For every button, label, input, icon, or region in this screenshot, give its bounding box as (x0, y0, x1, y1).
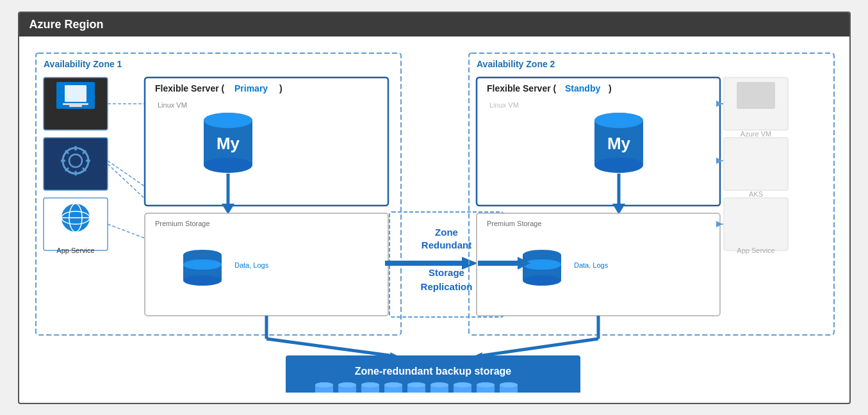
flex-server-primary-linuxvm: Linux VM (158, 101, 187, 109)
svg-line-24 (108, 161, 147, 188)
zone1-appservice-label: App Service (56, 247, 94, 254)
zrs-label-line3: Storage (429, 267, 464, 278)
svg-text:): ) (279, 83, 283, 94)
flex-server-standby-title: Flexible Server ( (487, 83, 557, 94)
svg-point-125 (500, 382, 518, 387)
zone1-title: Availability Zone 1 (44, 59, 122, 69)
svg-line-87 (478, 339, 598, 356)
zone2-title: Availability Zone 2 (477, 59, 555, 69)
azure-region-title: Azure Region (29, 18, 104, 31)
zrs-label-line4: Replication (420, 281, 472, 292)
svg-line-26 (108, 164, 147, 200)
zone2-appservice-label: App Service (737, 247, 774, 254)
svg-line-84 (266, 339, 395, 356)
svg-text:My: My (216, 134, 240, 153)
svg-point-101 (361, 382, 379, 387)
zrs-label-line2: Redundant (421, 240, 471, 250)
svg-point-93 (315, 382, 333, 387)
svg-rect-4 (63, 103, 88, 105)
zone1-premium-storage-label: Premium Storage (155, 220, 210, 227)
svg-rect-73 (724, 138, 788, 190)
svg-point-56 (594, 158, 643, 173)
zone1-aks-label: AKS (68, 190, 82, 198)
flex-server-standby-linuxvm: Linux VM (489, 101, 519, 109)
zone2-premium-storage-label: Premium Storage (487, 220, 542, 227)
svg-point-34 (204, 158, 252, 173)
svg-rect-5 (69, 105, 82, 107)
svg-point-121 (477, 382, 495, 387)
svg-point-105 (384, 382, 402, 387)
diagram-svg: Availability Zone 1 Azure VM AKS (29, 47, 842, 393)
svg-rect-6 (44, 138, 108, 190)
zone2-vm-label: Azure VM (740, 130, 771, 138)
svg-point-109 (407, 382, 425, 387)
svg-rect-72 (737, 82, 775, 109)
svg-rect-3 (65, 85, 86, 102)
zone1-data-logs: Data, Logs (234, 261, 269, 269)
flex-server-primary-highlight: Primary (234, 83, 268, 94)
svg-point-97 (338, 382, 356, 387)
zone2-data-logs: Data, Logs (574, 261, 609, 269)
zrs-label-line1: Zone (435, 227, 458, 238)
svg-point-35 (204, 113, 252, 128)
svg-point-117 (454, 382, 471, 387)
svg-line-28 (108, 224, 147, 239)
svg-text:My: My (607, 134, 630, 153)
svg-point-68 (523, 259, 561, 270)
svg-point-57 (594, 113, 643, 128)
svg-point-42 (183, 275, 222, 286)
zone1-vm-label: Azure VM (60, 130, 90, 138)
svg-point-113 (430, 382, 448, 387)
svg-text:): ) (609, 83, 612, 94)
backup-storage-title: Zone-redundant backup storage (354, 366, 511, 377)
svg-rect-74 (724, 198, 788, 250)
azure-region-header: Azure Region (19, 13, 849, 37)
flex-server-primary-title: Flexible Server ( (155, 83, 225, 94)
zone2-aks-label: AKS (748, 190, 762, 198)
svg-point-64 (523, 275, 561, 286)
svg-rect-30 (145, 77, 388, 206)
svg-point-46 (183, 259, 222, 270)
azure-region-container: Azure Region Availability Zone 1 Azure V… (18, 12, 851, 404)
flex-server-standby-highlight: Standby (565, 83, 600, 94)
